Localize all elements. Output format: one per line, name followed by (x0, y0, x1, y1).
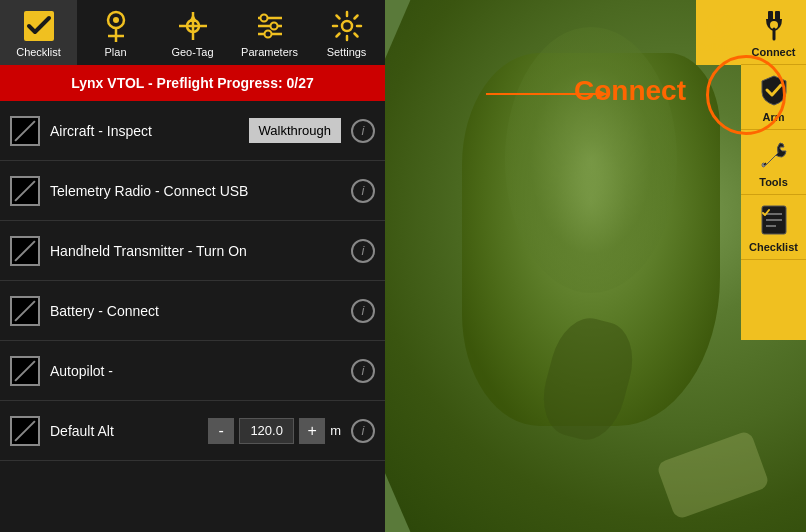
tools-sidebar-label: Tools (759, 176, 788, 188)
checklist-sidebar-icon (755, 201, 793, 239)
item-label-6: Default Alt (50, 423, 198, 439)
checklist-item-2: Telemetry Radio - Connect USB i (0, 161, 385, 221)
collapse-button[interactable]: Collapse (696, 0, 741, 65)
checklist-item-5: Autopilot - i (0, 341, 385, 401)
checklist-panel: Aircraft - Inspect Walkthrough i Telemet… (0, 101, 385, 532)
toolbar-item-geotag[interactable]: Geo-Tag (154, 0, 231, 65)
toolbar-item-settings[interactable]: Settings (308, 0, 385, 65)
info-icon-6[interactable]: i (351, 419, 375, 443)
checklist-item-6: Default Alt - 120.0 + m i (0, 401, 385, 461)
svg-point-11 (270, 22, 277, 29)
checkbox-slash-5 (12, 358, 38, 384)
sidebar-item-tools[interactable]: Tools (741, 130, 806, 195)
walkthrough-button[interactable]: Walkthrough (249, 118, 342, 143)
item-label-1: Aircraft - Inspect (50, 123, 239, 139)
checklist-item-4: Battery - Connect i (0, 281, 385, 341)
checkbox-slash-3 (12, 238, 38, 264)
alt-controls: - 120.0 + m (208, 418, 341, 444)
info-icon-2[interactable]: i (351, 179, 375, 203)
checkbox-slash-4 (12, 298, 38, 324)
collapse-label: Collapse (698, 42, 740, 53)
settings-toolbar-icon (329, 8, 365, 44)
parameters-toolbar-label: Parameters (241, 46, 298, 58)
geotag-toolbar-icon (175, 8, 211, 44)
item-label-3: Handheld Transmitter - Turn On (50, 243, 341, 259)
checklist-toolbar-icon (21, 8, 57, 44)
checkbox-slash-6 (12, 418, 38, 444)
plan-toolbar-label: Plan (104, 46, 126, 58)
connect-icon (755, 6, 793, 44)
checkbox-4[interactable] (10, 296, 40, 326)
alt-unit-label: m (330, 423, 341, 438)
right-sidebar: Connect Arm Tools (741, 0, 806, 340)
svg-marker-6 (189, 14, 197, 22)
info-icon-5[interactable]: i (351, 359, 375, 383)
alt-minus-button[interactable]: - (208, 418, 234, 444)
checkbox-slash-2 (12, 178, 38, 204)
alt-plus-button[interactable]: + (299, 418, 325, 444)
item-label-2: Telemetry Radio - Connect USB (50, 183, 341, 199)
progress-bar: Lynx VTOL - Preflight Progress: 0/27 (0, 65, 385, 101)
checkbox-1[interactable] (10, 116, 40, 146)
sidebar-item-checklist[interactable]: Checklist (741, 195, 806, 260)
checkbox-2[interactable] (10, 176, 40, 206)
plan-toolbar-icon (98, 8, 134, 44)
alt-value-display: 120.0 (239, 418, 294, 444)
top-toolbar: Checklist Plan Geo-Tag (0, 0, 385, 65)
svg-point-13 (342, 21, 352, 31)
checklist-item-1: Aircraft - Inspect Walkthrough i (0, 101, 385, 161)
checkbox-3[interactable] (10, 236, 40, 266)
sidebar-item-connect[interactable]: Connect (741, 0, 806, 65)
item-label-4: Battery - Connect (50, 303, 341, 319)
item-label-5: Autopilot - (50, 363, 341, 379)
connect-sidebar-label: Connect (752, 46, 796, 58)
checklist-sidebar-label: Checklist (749, 241, 798, 253)
svg-point-10 (260, 14, 267, 21)
checklist-toolbar-label: Checklist (16, 46, 61, 58)
checkbox-5[interactable] (10, 356, 40, 386)
svg-point-12 (264, 30, 271, 37)
info-icon-3[interactable]: i (351, 239, 375, 263)
toolbar-item-parameters[interactable]: Parameters (231, 0, 308, 65)
sidebar-item-arm[interactable]: Arm (741, 65, 806, 130)
checklist-item-3: Handheld Transmitter - Turn On i (0, 221, 385, 281)
info-icon-4[interactable]: i (351, 299, 375, 323)
tools-icon (755, 136, 793, 174)
toolbar-item-checklist[interactable]: Checklist (0, 0, 77, 65)
checkbox-slash-1 (12, 118, 38, 144)
geotag-toolbar-label: Geo-Tag (171, 46, 213, 58)
svg-point-14 (706, 13, 732, 39)
arm-sidebar-label: Arm (762, 111, 784, 123)
toolbar-item-plan[interactable]: Plan (77, 0, 154, 65)
checkbox-6[interactable] (10, 416, 40, 446)
svg-point-2 (113, 17, 119, 23)
arm-icon (755, 71, 793, 109)
info-icon-1[interactable]: i (351, 119, 375, 143)
collapse-arrow-icon (705, 12, 733, 40)
settings-toolbar-label: Settings (327, 46, 367, 58)
progress-text: Lynx VTOL - Preflight Progress: 0/27 (71, 75, 313, 91)
parameters-toolbar-icon (252, 8, 288, 44)
